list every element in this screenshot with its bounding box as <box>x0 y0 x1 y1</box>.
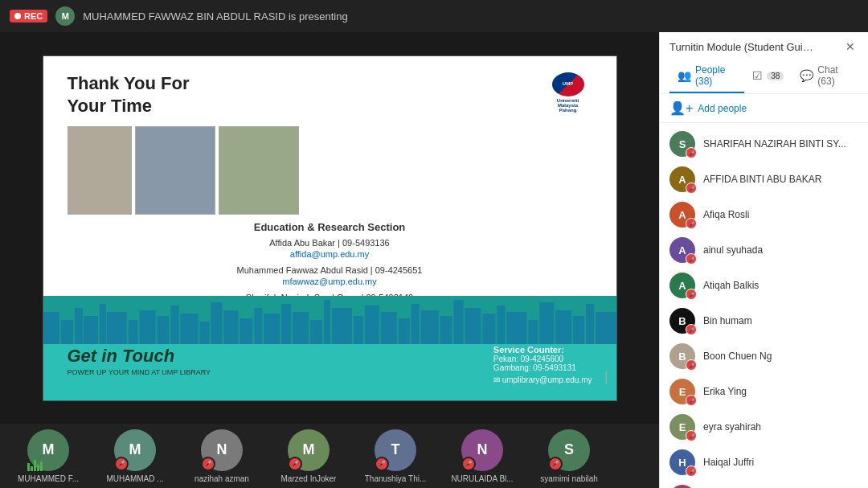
bottom-participant-thumb: M🎤MUHAMMAD ... <box>95 429 175 483</box>
participant-name: Erika Ying <box>703 386 858 397</box>
bottom-participant-name: syamimi nabilah <box>540 474 598 483</box>
reactions-count: 38 <box>767 72 784 80</box>
participant-name: ainul syuhada <box>703 244 858 256</box>
panel-title-row: Turnitin Module (Student Guide) ... ✕ <box>669 39 858 55</box>
tab-reactions[interactable]: ☑ 38 <box>744 59 792 93</box>
participant-avatar: E🎤 <box>669 379 695 404</box>
participant-name: Haiqal Juffri <box>703 457 858 468</box>
svg-rect-37 <box>555 310 571 344</box>
svg-rect-17 <box>264 314 280 344</box>
reactions-icon: ☑ <box>752 69 763 82</box>
chat-tab-label: Chat (63) <box>817 64 850 87</box>
bottom-participant-name: MUHAMMAD ... <box>106 474 163 483</box>
slide-email: ✉ umplibrary@ump.edu.my <box>493 375 592 384</box>
bottom-avatar: N🎤 <box>201 429 243 471</box>
participant-item: A🎤ainul syuhada <box>660 232 868 268</box>
audio-bars <box>27 460 43 471</box>
participant-name: Boon Chuen Ng <box>703 351 858 362</box>
mute-indicator: 🎤 <box>686 147 697 158</box>
svg-rect-23 <box>353 316 362 344</box>
get-in-touch-block: Get in Touch POWER UP YOUR MIND AT UMP L… <box>68 346 211 376</box>
chat-icon: 💬 <box>800 69 813 82</box>
mute-indicator: 🎤 <box>686 182 697 194</box>
svg-rect-39 <box>586 304 594 344</box>
bottom-strip: MMUHAMMED F...M🎤MUHAMMAD ...N🎤nazihah az… <box>0 424 659 488</box>
participant-avatar: I🎤 <box>669 485 695 488</box>
bottom-participant-name: MUHAMMED F... <box>18 474 79 483</box>
thumb-mute-icon: 🎤 <box>201 457 215 471</box>
svg-rect-35 <box>528 320 538 344</box>
mute-indicator: 🎤 <box>686 218 697 229</box>
svg-rect-15 <box>240 318 252 344</box>
svg-rect-28 <box>420 310 438 344</box>
svg-rect-3 <box>74 308 82 344</box>
participant-avatar: A🎤 <box>669 202 695 228</box>
thumb-mute-icon: 🎤 <box>288 457 302 471</box>
tab-chat[interactable]: 💬 Chat (63) <box>792 59 858 93</box>
ump-logo-text: UniversitiMalaysiaPahang <box>557 98 579 113</box>
service-gambang: Gambang: 09-5493131 <box>493 363 592 372</box>
svg-rect-12 <box>199 321 209 343</box>
participant-avatar: A🎤 <box>669 237 695 263</box>
bottom-participant-name: nazihah azman <box>194 474 249 483</box>
bottom-participant-thumb: S🎤syamimi nabilah <box>529 429 609 483</box>
svg-rect-10 <box>170 306 178 344</box>
svg-rect-14 <box>223 310 238 344</box>
add-people-button[interactable]: 👤+ Add people <box>660 94 868 123</box>
bottom-participant-thumb: MMUHAMMED F... <box>8 429 88 483</box>
svg-rect-13 <box>211 302 222 344</box>
participants-panel: Turnitin Module (Student Guide) ... ✕ 👥 … <box>659 32 868 488</box>
thumb-mute-icon: 🎤 <box>461 457 476 471</box>
presenter-text: MUHAMMED FAWWAZ BIN ABDUL RASID is prese… <box>83 10 347 23</box>
bottom-avatar: M <box>27 429 69 471</box>
cursor-indicator: | <box>604 370 608 384</box>
participant-name: Afiqa Rosli <box>703 209 858 220</box>
participant-item: I🎤Izhar Kamal <box>660 480 868 488</box>
slide-title-line2: Your Time <box>68 95 190 118</box>
participant-item: B🎤Bin humam <box>660 303 868 338</box>
svg-rect-29 <box>440 316 452 344</box>
participant-item: S🎤SHARIFAH NAZIRAH BINTI SY... <box>660 126 868 162</box>
participant-item: A🎤Atiqah Balkis <box>660 268 868 303</box>
participant-name: SHARIFAH NAZIRAH BINTI SY... <box>703 138 858 150</box>
rec-dot <box>14 13 21 19</box>
svg-rect-33 <box>497 306 505 344</box>
contact-name-2: Muhammed Fawwaz Abdul Rasid | 09-4245651 <box>68 265 592 275</box>
slide-top: Thank You For Your Time UMP UniversitiMa… <box>43 56 616 126</box>
bottom-avatar: T🎤 <box>375 429 416 471</box>
participant-item: H🎤Haiqal Juffri <box>660 445 868 480</box>
photo3 <box>219 126 299 215</box>
skyline-svg <box>43 296 616 344</box>
ump-logo: UMP UniversitiMalaysiaPahang <box>544 72 592 113</box>
email-value: umplibrary@ump.edu.my <box>502 375 592 384</box>
rec-label: REC <box>24 11 43 21</box>
svg-rect-32 <box>482 314 495 344</box>
presenter-initial: M <box>62 11 69 21</box>
thumb-mute-icon: 🎤 <box>375 457 389 471</box>
tab-people[interactable]: 👥 People (38) <box>669 59 744 93</box>
video-area: Thank You For Your Time UMP UniversitiMa… <box>0 32 659 488</box>
add-people-icon: 👤+ <box>669 100 693 116</box>
participant-avatar: B🎤 <box>669 343 695 369</box>
bottom-avatar: S🎤 <box>548 429 590 471</box>
svg-rect-18 <box>281 304 291 344</box>
participant-avatar: E🎤 <box>669 414 695 440</box>
svg-rect-5 <box>99 304 105 344</box>
close-panel-button[interactable]: ✕ <box>842 39 858 55</box>
svg-rect-27 <box>411 304 419 344</box>
bottom-avatar: M🎤 <box>288 429 330 471</box>
participant-item: B🎤Boon Chuen Ng <box>660 338 868 374</box>
svg-rect-8 <box>139 310 155 344</box>
svg-rect-38 <box>573 316 584 344</box>
presentation-wrapper: Thank You For Your Time UMP UniversitiMa… <box>0 32 659 424</box>
mute-indicator: 🎤 <box>686 324 697 335</box>
svg-rect-4 <box>83 316 97 344</box>
mute-indicator: 🎤 <box>686 395 697 406</box>
participant-avatar: B🎤 <box>669 308 695 334</box>
participant-avatar: A🎤 <box>669 273 695 298</box>
bottom-participant-name: Thanushiya Thi... <box>365 474 427 483</box>
participant-avatar: S🎤 <box>669 131 695 157</box>
participant-avatar: A🎤 <box>669 166 695 192</box>
participant-item: E🎤eyra syahirah <box>660 409 868 445</box>
panel-tabs: 👥 People (38) ☑ 38 💬 Chat (63) <box>669 59 858 93</box>
